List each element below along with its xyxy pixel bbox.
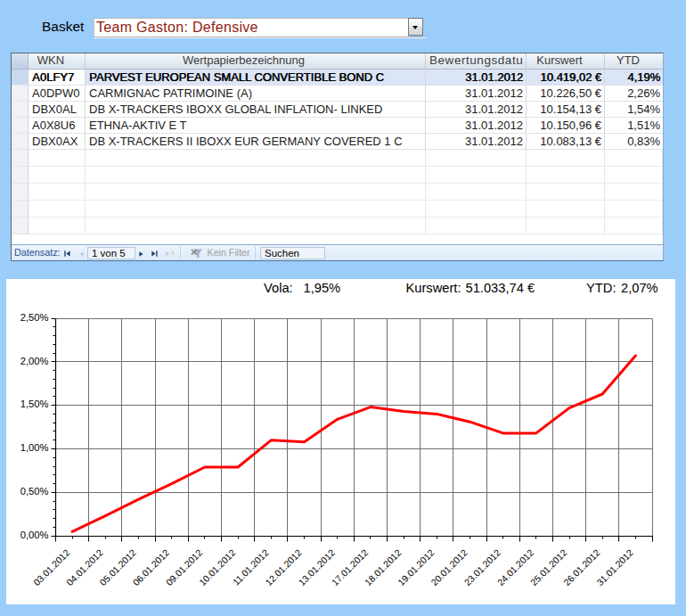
svg-text:1,00%: 1,00% xyxy=(20,442,49,453)
svg-text:2,50%: 2,50% xyxy=(20,312,49,323)
svg-text:1,50%: 1,50% xyxy=(20,398,49,409)
svg-text:0,00%: 0,00% xyxy=(20,530,49,540)
svg-text:31.01.2012: 31.01.2012 xyxy=(594,547,635,588)
svg-text:2,00%: 2,00% xyxy=(20,356,49,366)
svg-text:0,50%: 0,50% xyxy=(20,486,49,497)
